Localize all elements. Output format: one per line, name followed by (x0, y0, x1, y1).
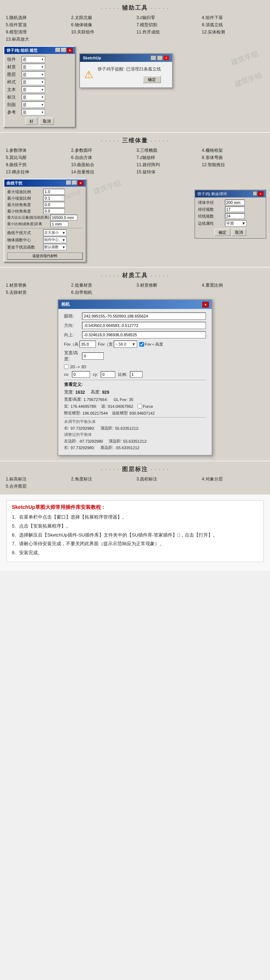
field-select-4[interactable]: 是▼ (22, 86, 45, 93)
fov-eq-checkbox[interactable] (139, 342, 144, 347)
sw-tool-5[interactable]: 5.莫比乌斯 (6, 154, 69, 161)
ball-cancel-btn[interactable]: 取消 (232, 229, 246, 236)
su-warning-dialog: SketchUp _ □ × ⚠ 饼子鸡手提醒: 已清理21条孤立线 确定 (79, 53, 173, 88)
tool-12[interactable]: 12.实体检测 (202, 29, 265, 35)
field-select-0[interactable]: 是▼ (22, 56, 45, 62)
tool-9[interactable]: 9.模型清理 (6, 29, 69, 35)
qx-select-7[interactable]: 组件中心▼ (43, 237, 67, 243)
tc-tool-2[interactable]: 2.角度标注 (71, 476, 134, 482)
qx-minimize-btn[interactable]: _ (66, 181, 71, 185)
maximize-btn[interactable]: □ (61, 48, 66, 52)
dir-input[interactable] (82, 322, 206, 329)
field-select-7[interactable]: 是▼ (22, 109, 45, 115)
field-select-3[interactable]: 是▼ (22, 79, 45, 85)
tool-5[interactable]: 5.组件置顶 (6, 22, 69, 28)
qx-maximize-btn[interactable]: □ (72, 181, 77, 185)
sw-tool-9[interactable]: 9.曲线干扰 (6, 162, 69, 168)
su-minimize-btn[interactable]: _ (150, 56, 156, 60)
cx-input[interactable] (72, 371, 90, 378)
field-select-6[interactable]: 是▼ (22, 102, 45, 108)
camera-close-btn[interactable]: × (202, 302, 209, 307)
ball-dialog: 饼子鸡| 剩余球环 _ × 球体半径 排径规数 (194, 189, 267, 239)
ball-min-btn[interactable]: _ (253, 191, 257, 196)
tool-10[interactable]: 10.关联组件 (71, 29, 134, 35)
qx-input-5[interactable] (50, 221, 69, 227)
sw-tool-7[interactable]: 7.z轴放样 (136, 154, 199, 161)
fov-high-input[interactable] (80, 340, 96, 348)
tc-tool-5[interactable]: 5.合并图层 (6, 484, 69, 490)
up-input[interactable] (82, 331, 206, 339)
sw-tool-8[interactable]: 8.形体弯曲 (202, 154, 265, 161)
field-select-5[interactable]: 是▼ (22, 94, 45, 100)
su-ok-button[interactable]: 确定 (143, 76, 161, 83)
tool-8[interactable]: 8.清孤立线 (202, 22, 265, 28)
cz-tool-4[interactable]: 4.重置比例 (202, 282, 265, 288)
ok-button[interactable]: 好 (26, 118, 37, 125)
sw-tool-3[interactable]: 3.三维椭圆 (136, 148, 199, 154)
qx-input-1[interactable] (43, 195, 65, 201)
tool-13[interactable]: 13.标高放大 (6, 36, 69, 43)
minimize-btn[interactable]: _ (56, 48, 61, 52)
sw-tool-12[interactable]: 12.智能推拉 (202, 162, 265, 168)
tool-3[interactable]: 3.z轴归零 (136, 15, 199, 21)
tool-7[interactable]: 7.模型切割 (136, 22, 199, 28)
tool-1[interactable]: 1.随机选择 (6, 15, 69, 21)
tool-2[interactable]: 2.太阳北极 (71, 15, 134, 21)
ball-close-btn[interactable]: × (258, 191, 264, 196)
tc-tool-4[interactable]: 4.对象分层 (202, 476, 265, 482)
eye-input[interactable] (82, 312, 206, 320)
tc-tool-3[interactable]: 3.面积标注 (136, 476, 199, 482)
sw-tool-14[interactable]: 14.批量推拉 (71, 169, 134, 175)
sw-tool-2[interactable]: 2.参数圆环 (71, 148, 134, 154)
sw-tool-11[interactable]: 11.路径阵列 (136, 162, 199, 168)
cz-tool-3[interactable]: 3.材质推断 (136, 282, 199, 288)
qx-input-4[interactable] (50, 215, 77, 220)
tool-6[interactable]: 6.物体镜像 (71, 22, 134, 28)
cz-tool-1[interactable]: 1.材质替换 (6, 282, 69, 288)
ball-field-2: 经线规数 (198, 214, 225, 219)
ball-select-3[interactable]: 平滑▼ (225, 220, 247, 227)
qx-label-5: 最小比例(成角度)距离 (7, 221, 50, 227)
tc-tool-1[interactable]: 1.标高标注 (6, 476, 69, 482)
qx-select-6[interactable]: 左大放小▼ (43, 229, 67, 236)
qx-select-8[interactable]: 默认函数▼ (43, 244, 67, 250)
wh-input[interactable] (82, 352, 104, 360)
ball-input-2[interactable] (225, 213, 245, 219)
scale-input[interactable] (130, 371, 142, 378)
sw-tool-15[interactable]: 15.旋转体 (136, 169, 199, 175)
qx-input-3[interactable] (43, 208, 65, 214)
caizhi-title: 材质工具 (0, 269, 270, 281)
qx-close-btn[interactable]: × (78, 181, 83, 186)
sw-tool-10[interactable]: 10.曲面粘合 (71, 162, 134, 168)
camera-title: 相机 (61, 301, 70, 307)
cz-tool-2[interactable]: 2.批量材质 (71, 282, 134, 288)
force-checkbox[interactable] (137, 404, 142, 409)
su-close-btn[interactable]: × (163, 56, 169, 60)
cancel-button[interactable]: 取消 (40, 118, 54, 125)
sw-tool-1[interactable]: 1.参数球体 (6, 148, 69, 154)
cz-tool-6[interactable]: 6.自带相机 (71, 290, 134, 296)
near-label: 近: (64, 404, 69, 409)
su-maximize-btn[interactable]: □ (157, 56, 163, 60)
field-select-1[interactable]: 是▼ (22, 64, 45, 70)
quxian-dialog: 曲线干扰 _ □ × 建筑学组 最大缩放比例 最小缩放比例 (3, 179, 86, 262)
ball-input-0[interactable] (225, 200, 245, 205)
sw-tool-13[interactable]: 13.梯步拉伸 (6, 169, 69, 175)
sw-tool-6[interactable]: 6.自由方体 (71, 154, 134, 161)
ball-input-1[interactable] (225, 207, 245, 212)
fov-wide-select[interactable]: ~ 58.0▼ (114, 340, 137, 348)
top2-label: 顶边距: (109, 438, 122, 444)
tool-11[interactable]: 11.炸开成组 (136, 29, 199, 35)
ball-ok-btn[interactable]: 确定 (214, 229, 230, 236)
field-select-2[interactable]: 是▼ (22, 71, 45, 78)
apply-btn[interactable]: 该提供现代材料 (7, 253, 83, 260)
twod-checkbox[interactable] (64, 364, 69, 369)
qx-input-2[interactable] (43, 202, 65, 207)
sanwei-title: 三维体量 (0, 134, 270, 146)
cy-input[interactable] (101, 371, 115, 378)
close-btn[interactable]: × (67, 48, 73, 53)
sw-tool-4[interactable]: 4.栅格框架 (202, 148, 265, 154)
qx-input-0[interactable] (43, 189, 65, 194)
cz-tool-5[interactable]: 5.去除材质 (6, 290, 69, 296)
tool-4[interactable]: 4.组件下落 (202, 15, 265, 21)
